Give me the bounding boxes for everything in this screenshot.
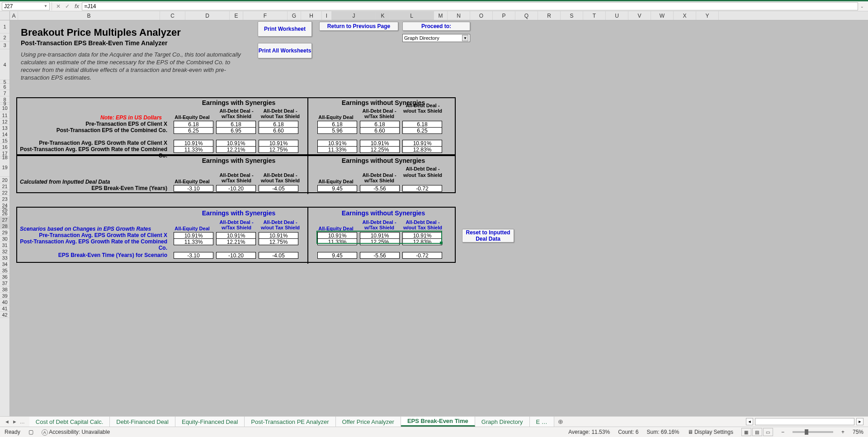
data-cell[interactable]: 6.95	[216, 127, 256, 134]
fx-label[interactable]: fx	[75, 3, 79, 10]
data-cell[interactable]: 10.91%	[216, 232, 256, 239]
row-header-23[interactable]: 23	[0, 196, 9, 202]
data-cell[interactable]: 9.45	[317, 185, 357, 192]
column-header-I[interactable]: I	[322, 11, 332, 20]
print-all-worksheets-button[interactable]: Print All Worksheets	[258, 43, 312, 58]
data-cell[interactable]: -10.20	[216, 252, 256, 259]
row-header-7[interactable]: 7	[0, 90, 9, 96]
row-header-35[interactable]: 35	[0, 267, 9, 274]
row-header-32[interactable]: 32	[0, 248, 9, 255]
data-cell[interactable]: -0.72	[402, 185, 442, 192]
data-cell[interactable]: 10.91%	[174, 140, 213, 147]
data-cell[interactable]: -4.05	[259, 185, 298, 192]
row-header-10[interactable]: 10	[0, 104, 9, 112]
row-header-4[interactable]: 4	[0, 49, 9, 80]
column-header-L[interactable]: L	[390, 11, 434, 20]
column-header-C[interactable]: C	[160, 11, 185, 20]
column-header-T[interactable]: T	[583, 11, 606, 20]
name-box-dropdown-icon[interactable]: ▼	[44, 4, 47, 8]
sheet-tab[interactable]: Graph Directory	[475, 417, 530, 427]
data-cell[interactable]: 12.75%	[259, 146, 298, 153]
zoom-out-button[interactable]: −	[781, 429, 784, 435]
data-cell[interactable]: 11.33%	[174, 238, 213, 245]
data-cell[interactable]: 10.91%	[402, 140, 442, 147]
row-header-3[interactable]: 3	[0, 42, 9, 49]
column-header-Y[interactable]: Y	[696, 11, 719, 20]
column-header-H[interactable]: H	[301, 11, 322, 20]
accessibility-status[interactable]: A Accessibility: Unavailable	[42, 429, 110, 436]
sheet-tab[interactable]: E …	[530, 417, 554, 427]
data-cell[interactable]: 12.21%	[216, 238, 256, 245]
row-header-36[interactable]: 36	[0, 274, 9, 280]
data-cell[interactable]: 12.75%	[259, 238, 298, 245]
row-header-39[interactable]: 39	[0, 293, 9, 299]
column-header-V[interactable]: V	[628, 11, 651, 20]
select-all-corner[interactable]	[0, 11, 10, 20]
proceed-to-button[interactable]: Proceed to:	[402, 22, 470, 31]
print-worksheet-button[interactable]: Print Worksheet	[258, 21, 312, 37]
data-cell[interactable]: 6.18	[402, 121, 442, 128]
formula-input[interactable]: =J14	[82, 2, 858, 10]
data-cell[interactable]: 10.91%	[259, 140, 298, 147]
row-header-27[interactable]: 27	[0, 217, 9, 223]
column-header-O[interactable]: O	[470, 11, 493, 20]
zoom-slider[interactable]	[793, 431, 833, 433]
sheet-tab[interactable]: Equity-Financed Deal	[175, 417, 245, 427]
view-page-break-icon[interactable]: ▭	[763, 428, 773, 436]
row-header-40[interactable]: 40	[0, 299, 9, 305]
sheet-tab[interactable]: Cost of Debt Capital Calc.	[29, 417, 110, 427]
row-header-12[interactable]: 12	[0, 119, 9, 125]
data-cell[interactable]: 11.33%	[317, 238, 357, 245]
graph-directory-dropdown[interactable]: Graph Directory ▼	[402, 34, 470, 42]
zoom-level[interactable]: 75%	[853, 429, 863, 435]
data-cell[interactable]: -10.20	[216, 185, 256, 192]
data-cell[interactable]: 6.18	[216, 121, 256, 128]
row-header-20[interactable]: 20	[0, 177, 9, 183]
spreadsheet-grid[interactable]: Breakout Price Multiples Analyzer Post-T…	[10, 20, 868, 422]
row-header-14[interactable]: 14	[0, 131, 9, 138]
column-header-N[interactable]: N	[448, 11, 470, 20]
add-sheet-button[interactable]: ⊕	[554, 418, 567, 425]
display-settings-button[interactable]: 🖥 Display Settings	[688, 429, 733, 435]
column-header-F[interactable]: F	[243, 11, 288, 20]
data-cell[interactable]: -0.72	[402, 252, 442, 259]
column-header-X[interactable]: X	[674, 11, 696, 20]
row-header-33[interactable]: 33	[0, 255, 9, 261]
tab-nav-more-icon[interactable]: …	[20, 419, 25, 424]
data-cell[interactable]: 10.91%	[259, 232, 298, 239]
data-cell[interactable]: -3.10	[174, 185, 213, 192]
data-cell[interactable]: 10.91%	[360, 232, 400, 239]
sheet-tab[interactable]: Debt-Financed Deal	[110, 417, 175, 427]
data-cell[interactable]: 6.60	[259, 127, 298, 134]
row-header-2[interactable]: 2	[0, 33, 9, 42]
column-header-A[interactable]: A	[10, 11, 18, 20]
row-header-37[interactable]: 37	[0, 280, 9, 286]
row-header-16[interactable]: 16	[0, 144, 9, 150]
row-header-26[interactable]: 26	[0, 210, 9, 217]
data-cell[interactable]: 12.21%	[216, 146, 256, 153]
row-header-6[interactable]: 6	[0, 84, 9, 90]
data-cell[interactable]: 11.33%	[317, 146, 357, 153]
data-cell[interactable]: 10.91%	[174, 232, 213, 239]
data-cell[interactable]: 10.91%	[216, 140, 256, 147]
row-header-31[interactable]: 31	[0, 242, 9, 248]
enter-icon[interactable]: ✓	[63, 3, 72, 10]
zoom-in-button[interactable]: +	[841, 429, 844, 435]
data-cell[interactable]: 9.45	[317, 252, 357, 259]
row-header-38[interactable]: 38	[0, 286, 9, 293]
column-header-J[interactable]: J	[332, 11, 376, 20]
row-header-22[interactable]: 22	[0, 190, 9, 196]
row-header-34[interactable]: 34	[0, 261, 9, 267]
data-cell[interactable]: 12.83%	[402, 238, 442, 245]
data-cell[interactable]: 12.25%	[360, 146, 400, 153]
data-cell[interactable]: -5.56	[360, 185, 400, 192]
row-header-19[interactable]: 19	[0, 158, 9, 177]
data-cell[interactable]: -5.56	[360, 252, 400, 259]
column-header-S[interactable]: S	[561, 11, 583, 20]
data-cell[interactable]: 6.18	[360, 121, 400, 128]
column-header-B[interactable]: B	[18, 11, 160, 20]
hscroll-right-icon[interactable]: ►	[856, 418, 863, 425]
column-header-W[interactable]: W	[651, 11, 674, 20]
data-cell[interactable]: 12.83%	[402, 146, 442, 153]
view-normal-icon[interactable]: ▦	[741, 428, 751, 436]
